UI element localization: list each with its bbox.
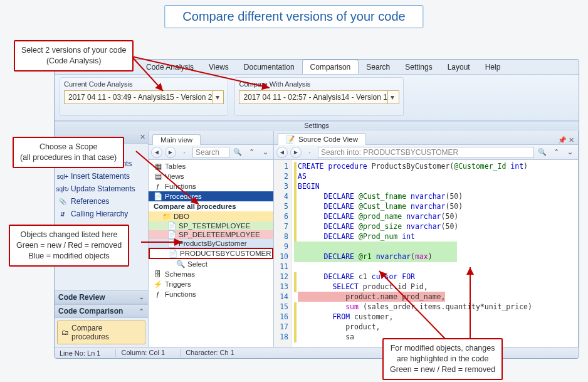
back-button[interactable]: ◄ [151,147,162,158]
divider: · [179,147,190,158]
tree-node-tables[interactable]: ▦Tables [149,161,273,171]
code-lines[interactable]: CREATE procedure ProductsByCustomer(@Cus… [291,160,578,347]
tree-select-sub[interactable]: 🔍Select [149,259,273,269]
procedure-icon: 📄 [169,249,177,258]
tree-schema-dbo[interactable]: 📁DBO [149,211,273,221]
combo-text: 2017 04 11 - 02:57 - Analysis14 - Versio… [243,93,387,102]
status-character: Character: Ch 1 [180,349,234,357]
compare-procedures-button[interactable]: 🗂 Compare procedures [57,321,145,344]
tree-tabstrip: Main view [149,131,273,145]
close-icon[interactable]: ✕ [140,133,145,141]
code-toolbar: ◄ ► · Search into: PRODUCTSBYCUSTOMER 🔍 … [274,145,578,160]
ribbon: Current Code Analysis 2017 04 11 - 03:49… [55,75,579,121]
page-title: Compare different versions of your code [164,5,423,28]
tree-node-views[interactable]: ▤Views [149,171,273,181]
tree-node-functions[interactable]: ƒFunctions [149,181,273,191]
callout-select-versions: Select 2 versions of your code(Code Anal… [14,40,134,72]
current-analysis-combo[interactable]: 2017 04 11 - 03:49 - Analysis15 - Versio… [64,90,224,104]
sidebar-item-references[interactable]: 📎References [55,195,148,208]
procedure-icon: 📄 [167,230,176,239]
menu-help[interactable]: Help [478,60,508,74]
section-code-comparison[interactable]: Code Comparison⌃ [55,304,148,318]
tree-compare-header: Compare all procedures [149,201,273,211]
ribbon-group-compare: Compare With Analysis 2017 04 11 - 02:57… [234,77,403,116]
item-icon: 📎 [58,197,67,206]
chevron-down-icon[interactable]: ▾ [387,91,397,103]
workspace: ✕ 🔍DefinitionsqlSelect Statementssql+Ins… [55,131,579,347]
app-window: Code AnalysisViewsDocumentationCompariso… [54,59,579,359]
tree-pane: Main view ◄ ► · Search 🔍 ⌃ ⌄ ▦Tables ▤Vi… [149,131,274,347]
tree-node-procedures[interactable]: 📄Procedures [149,191,273,201]
chevron-down-icon: ⌄ [139,294,144,300]
tab-main-view[interactable]: Main view [152,134,201,145]
item-icon: ⇵ [58,210,67,218]
tree-toolbar: ◄ ► · Search 🔍 ⌃ ⌄ [149,145,273,160]
back-button[interactable]: ◄ [276,147,288,158]
search-icon[interactable]: 🔍 [232,147,243,158]
search-icon[interactable]: 🔍 [537,147,548,158]
compare-icon: 🗂 [61,328,69,337]
status-line: Line No: Ln 1 [60,349,100,357]
chevron-down-icon[interactable]: ▾ [212,91,222,103]
tree-search-input[interactable]: Search [192,147,229,158]
collapse-icon[interactable]: ⌃ [550,147,562,158]
button-label: Compare procedures [71,324,141,341]
tree-body: ▦Tables ▤Views ƒFunctions 📄Procedures Co… [149,160,273,347]
compare-analysis-combo[interactable]: 2017 04 11 - 02:57 - Analysis14 - Versio… [239,90,399,104]
menu-views[interactable]: Views [201,60,236,74]
status-column: Column: Col 1 [115,349,165,357]
tree-node-triggers[interactable]: ⚡Triggers [149,279,273,289]
pin-icon[interactable]: 📌 ✕ [558,136,574,144]
code-tabstrip: 📝 Source Code View 📌 ✕ [274,131,578,145]
callout-choose-scope: Choose a Scope(all procedures in that ca… [13,137,124,168]
forward-button[interactable]: ► [290,147,302,158]
tree-object-sp_deleteemployee[interactable]: 📄SP_DELETEEMPLOYEE [149,230,273,239]
code-body: 123456789101112131415161718 CREATE proce… [274,160,578,347]
tree-node-schemas[interactable]: 🗄Schemas [149,269,273,279]
ribbon-settings-label: Settings [55,121,579,131]
collapse-icon[interactable]: ⌃ [246,147,257,158]
menu-documentation[interactable]: Documentation [236,60,302,74]
menu-code-analysis[interactable]: Code Analysis [139,60,201,74]
sidebar-item-update-statements[interactable]: sql↻Update Statements [55,183,148,195]
code-pane: 📝 Source Code View 📌 ✕ ◄ ► · Search into… [274,131,579,347]
line-gutter: 123456789101112131415161718 [274,160,291,347]
tab-source-code-view[interactable]: 📝 Source Code View [278,133,366,145]
chevron-up-icon: ⌃ [139,308,144,314]
ribbon-group-current: Current Code Analysis 2017 04 11 - 03:49… [60,77,228,116]
callout-objects-changed: Objects changed listed hereGreen = new /… [9,225,129,267]
procedure-icon: 📄 [167,239,176,248]
sidebar-item-insert-statements[interactable]: sql+Insert Statements [55,170,148,183]
expand-icon[interactable]: ⌄ [260,147,271,158]
tree-object-productsbycustomer[interactable]: 📄PRODUCTSBYCUSTOMER [149,248,273,259]
item-icon: sql↻ [58,184,67,193]
divider: · [304,147,315,158]
code-icon: 📝 [286,135,295,144]
combo-text: 2017 04 11 - 03:49 - Analysis15 - Versio… [68,93,212,102]
forward-button[interactable]: ► [165,147,176,158]
tree-node-functions2[interactable]: ƒFunctions [149,289,273,299]
ribbon-group-label: Current Code Analysis [64,80,224,88]
menu-layout[interactable]: Layout [440,60,478,74]
item-icon: sql+ [58,172,67,181]
expand-icon[interactable]: ⌄ [564,147,575,158]
section-code-review[interactable]: Code Review⌄ [55,290,148,304]
tree-object-sp_testemployee[interactable]: 📄SP_TESTEMPLOYEE [149,221,273,230]
menu-settings[interactable]: Settings [397,60,439,74]
tree-object-productsbycustomer[interactable]: 📄ProductsByCustomer [149,239,273,248]
sidebar-item-calling-hierarchy[interactable]: ⇵Calling Hierarchy [55,208,148,220]
code-search-input[interactable]: Search into: PRODUCTSBYCUSTOMER [318,147,534,158]
callout-code-highlight: For modified objects, changesare highlig… [382,338,503,380]
ribbon-group-label: Compare With Analysis [239,80,399,88]
menu-comparison[interactable]: Comparison [302,60,359,74]
menu-search[interactable]: Search [359,60,397,74]
procedure-icon: 📄 [167,221,176,230]
